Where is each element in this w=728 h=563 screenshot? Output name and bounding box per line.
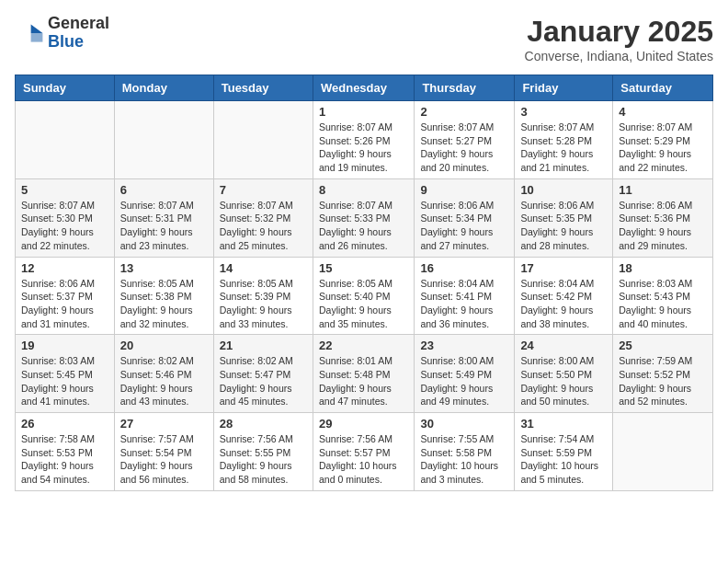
calendar-cell: 1Sunrise: 8:07 AMSunset: 5:26 PMDaylight… (313, 101, 414, 179)
day-number: 9 (420, 183, 508, 197)
calendar-week-row: 19Sunrise: 8:03 AMSunset: 5:45 PMDayligh… (16, 335, 713, 413)
svg-marker-0 (31, 24, 43, 33)
day-number: 31 (520, 417, 607, 431)
location-subtitle: Converse, Indiana, United States (525, 49, 713, 63)
calendar-cell: 17Sunrise: 8:04 AMSunset: 5:42 PMDayligh… (515, 257, 613, 335)
day-number: 5 (21, 183, 108, 197)
calendar-cell: 18Sunrise: 8:03 AMSunset: 5:43 PMDayligh… (613, 257, 713, 335)
weekday-header: Saturday (613, 75, 713, 101)
weekday-header: Monday (114, 75, 213, 101)
calendar-cell (114, 101, 213, 179)
day-info: Sunrise: 8:05 AMSunset: 5:40 PMDaylight:… (319, 277, 408, 331)
day-number: 15 (319, 261, 408, 275)
calendar-cell (213, 101, 313, 179)
calendar-cell (613, 413, 713, 491)
day-number: 19 (21, 339, 108, 352)
day-number: 8 (319, 183, 408, 197)
calendar-cell: 26Sunrise: 7:58 AMSunset: 5:53 PMDayligh… (16, 413, 115, 491)
day-info: Sunrise: 8:07 AMSunset: 5:32 PMDaylight:… (220, 199, 307, 253)
day-info: Sunrise: 8:07 AMSunset: 5:29 PMDaylight:… (619, 121, 707, 175)
day-info: Sunrise: 8:07 AMSunset: 5:31 PMDaylight:… (120, 199, 208, 253)
day-info: Sunrise: 8:07 AMSunset: 5:27 PMDaylight:… (420, 121, 508, 175)
day-info: Sunrise: 8:05 AMSunset: 5:38 PMDaylight:… (120, 277, 208, 331)
calendar-cell: 10Sunrise: 8:06 AMSunset: 5:35 PMDayligh… (515, 178, 613, 257)
day-number: 7 (220, 183, 307, 197)
day-number: 25 (619, 339, 707, 352)
calendar-cell: 5Sunrise: 8:07 AMSunset: 5:30 PMDaylight… (16, 178, 115, 257)
day-number: 11 (619, 183, 707, 197)
day-number: 1 (319, 105, 408, 119)
calendar-cell: 23Sunrise: 8:00 AMSunset: 5:49 PMDayligh… (415, 335, 515, 413)
day-number: 20 (120, 339, 208, 352)
day-number: 23 (420, 339, 508, 352)
day-number: 10 (520, 183, 607, 197)
month-title: January 2025 (525, 15, 713, 49)
calendar-cell: 20Sunrise: 8:02 AMSunset: 5:46 PMDayligh… (114, 335, 213, 413)
day-info: Sunrise: 7:56 AMSunset: 5:57 PMDaylight:… (319, 432, 408, 487)
calendar-week-row: 1Sunrise: 8:07 AMSunset: 5:26 PMDaylight… (16, 101, 713, 179)
day-number: 18 (619, 261, 707, 275)
day-info: Sunrise: 8:02 AMSunset: 5:47 PMDaylight:… (220, 354, 307, 408)
day-number: 4 (619, 105, 707, 119)
calendar-cell (16, 101, 115, 179)
day-info: Sunrise: 7:58 AMSunset: 5:53 PMDaylight:… (21, 432, 108, 487)
day-info: Sunrise: 8:07 AMSunset: 5:28 PMDaylight:… (520, 121, 607, 175)
weekday-header: Friday (515, 75, 613, 101)
calendar-cell: 31Sunrise: 7:54 AMSunset: 5:59 PMDayligh… (515, 413, 613, 491)
day-number: 17 (520, 261, 607, 275)
calendar-cell: 27Sunrise: 7:57 AMSunset: 5:54 PMDayligh… (114, 413, 213, 491)
logo-icon (15, 18, 44, 48)
day-info: Sunrise: 8:04 AMSunset: 5:42 PMDaylight:… (520, 277, 607, 331)
calendar-cell: 8Sunrise: 8:07 AMSunset: 5:33 PMDaylight… (313, 178, 414, 257)
svg-marker-1 (31, 33, 43, 42)
weekday-header: Sunday (16, 75, 115, 101)
day-number: 2 (420, 105, 508, 119)
calendar-cell: 6Sunrise: 8:07 AMSunset: 5:31 PMDaylight… (114, 178, 213, 257)
calendar-cell: 11Sunrise: 8:06 AMSunset: 5:36 PMDayligh… (613, 178, 713, 257)
day-number: 16 (420, 261, 508, 275)
calendar-week-row: 26Sunrise: 7:58 AMSunset: 5:53 PMDayligh… (16, 413, 713, 491)
day-number: 30 (420, 417, 508, 431)
logo-general-text: General (48, 15, 109, 33)
calendar-cell: 21Sunrise: 8:02 AMSunset: 5:47 PMDayligh… (213, 335, 313, 413)
day-info: Sunrise: 7:56 AMSunset: 5:55 PMDaylight:… (220, 432, 307, 487)
day-info: Sunrise: 7:57 AMSunset: 5:54 PMDaylight:… (120, 432, 208, 487)
calendar-cell: 13Sunrise: 8:05 AMSunset: 5:38 PMDayligh… (114, 257, 213, 335)
day-info: Sunrise: 8:07 AMSunset: 5:30 PMDaylight:… (21, 199, 108, 253)
calendar-cell: 30Sunrise: 7:55 AMSunset: 5:58 PMDayligh… (415, 413, 515, 491)
calendar-cell: 25Sunrise: 7:59 AMSunset: 5:52 PMDayligh… (613, 335, 713, 413)
calendar-week-row: 12Sunrise: 8:06 AMSunset: 5:37 PMDayligh… (16, 257, 713, 335)
day-info: Sunrise: 8:05 AMSunset: 5:39 PMDaylight:… (220, 277, 307, 331)
day-number: 12 (21, 261, 108, 275)
day-info: Sunrise: 8:06 AMSunset: 5:35 PMDaylight:… (520, 199, 607, 253)
day-number: 27 (120, 417, 208, 431)
weekday-header-row: SundayMondayTuesdayWednesdayThursdayFrid… (16, 75, 713, 101)
day-number: 14 (220, 261, 307, 275)
day-info: Sunrise: 8:07 AMSunset: 5:33 PMDaylight:… (319, 199, 408, 253)
calendar-cell: 12Sunrise: 8:06 AMSunset: 5:37 PMDayligh… (16, 257, 115, 335)
calendar-table: SundayMondayTuesdayWednesdayThursdayFrid… (15, 75, 713, 491)
day-info: Sunrise: 8:01 AMSunset: 5:48 PMDaylight:… (319, 354, 408, 408)
weekday-header: Tuesday (213, 75, 313, 101)
calendar-cell: 15Sunrise: 8:05 AMSunset: 5:40 PMDayligh… (313, 257, 414, 335)
day-number: 29 (319, 417, 408, 431)
day-info: Sunrise: 8:00 AMSunset: 5:49 PMDaylight:… (420, 354, 508, 408)
day-info: Sunrise: 8:04 AMSunset: 5:41 PMDaylight:… (420, 277, 508, 331)
calendar-cell: 7Sunrise: 8:07 AMSunset: 5:32 PMDaylight… (213, 178, 313, 257)
day-number: 28 (220, 417, 307, 431)
calendar-cell: 29Sunrise: 7:56 AMSunset: 5:57 PMDayligh… (313, 413, 414, 491)
calendar-cell: 28Sunrise: 7:56 AMSunset: 5:55 PMDayligh… (213, 413, 313, 491)
calendar-cell: 2Sunrise: 8:07 AMSunset: 5:27 PMDaylight… (415, 101, 515, 179)
calendar-cell: 4Sunrise: 8:07 AMSunset: 5:29 PMDaylight… (613, 101, 713, 179)
day-number: 22 (319, 339, 408, 352)
day-info: Sunrise: 7:55 AMSunset: 5:58 PMDaylight:… (420, 432, 508, 487)
calendar-cell: 19Sunrise: 8:03 AMSunset: 5:45 PMDayligh… (16, 335, 115, 413)
calendar-cell: 3Sunrise: 8:07 AMSunset: 5:28 PMDaylight… (515, 101, 613, 179)
calendar-week-row: 5Sunrise: 8:07 AMSunset: 5:30 PMDaylight… (16, 178, 713, 257)
day-number: 24 (520, 339, 607, 352)
calendar-cell: 14Sunrise: 8:05 AMSunset: 5:39 PMDayligh… (213, 257, 313, 335)
day-info: Sunrise: 8:06 AMSunset: 5:34 PMDaylight:… (420, 199, 508, 253)
title-block: January 2025 Converse, Indiana, United S… (525, 15, 713, 63)
day-info: Sunrise: 8:00 AMSunset: 5:50 PMDaylight:… (520, 354, 607, 408)
day-info: Sunrise: 8:07 AMSunset: 5:26 PMDaylight:… (319, 121, 408, 175)
